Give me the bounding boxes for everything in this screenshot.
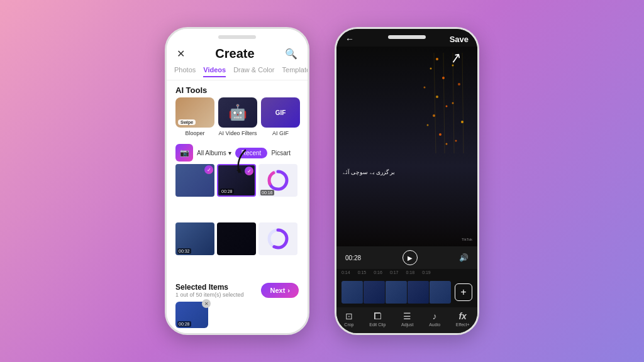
svg-point-13 bbox=[427, 124, 429, 126]
gif-text: GIF bbox=[275, 109, 286, 116]
left-phone: ✕ Create 🔍 Photos Videos Draw & Color Te… bbox=[165, 27, 309, 335]
editor-screen: ← Save bbox=[336, 29, 477, 333]
svg-point-15 bbox=[446, 143, 448, 145]
svg-point-10 bbox=[436, 96, 438, 98]
all-albums-label: All Albums bbox=[197, 150, 226, 156]
timeline-clip-4[interactable] bbox=[408, 281, 429, 304]
tool-audio[interactable]: ♪ Audio bbox=[429, 311, 440, 327]
all-albums-button[interactable]: All Albums ▾ bbox=[197, 150, 231, 156]
media-cell-3[interactable]: 00:16 bbox=[258, 164, 297, 197]
video-text-overlay: بر گزری بے سوچی آئے bbox=[343, 168, 395, 177]
selection-check-2: ✓ bbox=[245, 167, 253, 175]
ruler-mark-2: 0:16 bbox=[374, 270, 382, 275]
ai-tools-row: Swipe Blooper 🤖 AI Video Filters GIF AI … bbox=[167, 97, 308, 141]
selected-subtitle: 1 out of 50 item(s) selected bbox=[175, 292, 244, 298]
selected-duration: 00:28 bbox=[177, 321, 191, 327]
tab-templates[interactable]: Templates bbox=[282, 66, 308, 77]
media-grid: ✓ 00:28 ✓ 00:16 00:32 bbox=[167, 164, 308, 279]
svg-line-22 bbox=[443, 53, 445, 153]
effect-label: Effect+ bbox=[456, 322, 470, 327]
svg-point-11 bbox=[446, 106, 448, 107]
tab-videos[interactable]: Videos bbox=[203, 66, 226, 77]
play-button[interactable]: ▶ bbox=[402, 250, 418, 265]
picsart-button[interactable]: Picsart bbox=[271, 150, 291, 156]
svg-line-21 bbox=[434, 53, 436, 153]
drawn-arrow: ↗ bbox=[449, 51, 463, 67]
selected-info: Selected Items 1 out of 50 item(s) selec… bbox=[175, 283, 244, 298]
media-cell-6[interactable] bbox=[258, 222, 297, 255]
search-icon[interactable]: 🔍 bbox=[285, 48, 297, 60]
camera-button[interactable]: 📷 bbox=[175, 144, 193, 162]
tool-effect[interactable]: fx Effect+ bbox=[456, 311, 470, 327]
selected-title: Selected Items bbox=[175, 283, 244, 292]
remove-button[interactable]: ✕ bbox=[202, 299, 211, 308]
ai-tool-video-filters[interactable]: 🤖 AI Video Filters bbox=[218, 97, 257, 136]
media-cell-5[interactable] bbox=[217, 222, 256, 255]
tool-edit-clip[interactable]: ⧠ Edit Clip bbox=[369, 311, 386, 327]
circle-progress-2 bbox=[266, 227, 290, 251]
timeline-track bbox=[341, 281, 451, 304]
right-phone: ← Save bbox=[335, 27, 479, 335]
recent-button[interactable]: Recent bbox=[235, 148, 268, 158]
tool-adjust[interactable]: ☰ Adjust bbox=[401, 311, 413, 327]
save-button[interactable]: Save bbox=[450, 35, 469, 44]
crop-icon: ⊡ bbox=[345, 311, 353, 321]
swipe-label: Swipe bbox=[178, 119, 196, 125]
timeline-clip-3[interactable] bbox=[386, 281, 407, 304]
svg-line-24 bbox=[462, 53, 464, 153]
ruler-mark-5: 0:19 bbox=[422, 270, 431, 275]
svg-point-7 bbox=[430, 68, 432, 70]
next-label: Next bbox=[270, 287, 285, 294]
bokeh-lights bbox=[336, 47, 477, 246]
ai-tool-blooper[interactable]: Swipe Blooper bbox=[175, 97, 214, 136]
selected-thumbnail: 00:28 ✕ bbox=[175, 302, 208, 328]
tool-crop[interactable]: ⊡ Crop bbox=[344, 311, 353, 327]
next-button[interactable]: Next › bbox=[261, 283, 299, 298]
close-icon[interactable]: ✕ bbox=[177, 48, 185, 60]
audio-icon: ♪ bbox=[433, 311, 437, 321]
ruler-mark-1: 0:15 bbox=[358, 270, 367, 275]
next-arrow-icon: › bbox=[287, 287, 290, 294]
selection-check-1: ✓ bbox=[204, 165, 213, 174]
timeline-clip-2[interactable] bbox=[364, 281, 385, 304]
back-button[interactable]: ← bbox=[345, 34, 354, 44]
duration-badge-4: 00:32 bbox=[177, 248, 191, 254]
editor-header: ← Save bbox=[336, 29, 477, 47]
circle-progress-1 bbox=[266, 168, 290, 192]
gif-thumbnail: GIF bbox=[261, 97, 300, 128]
svg-point-8 bbox=[442, 77, 445, 79]
crop-label: Crop bbox=[344, 322, 353, 327]
timeline-clip-5[interactable] bbox=[430, 281, 451, 304]
svg-point-20 bbox=[455, 140, 457, 142]
tiktok-watermark: TikTok bbox=[462, 238, 472, 241]
timeline-clip-1[interactable] bbox=[341, 281, 363, 304]
media-cell-4[interactable]: 00:32 bbox=[175, 222, 214, 255]
audio-label: Audio bbox=[429, 322, 440, 327]
add-clip-button[interactable]: + bbox=[455, 283, 472, 301]
duration-badge-3: 00:16 bbox=[260, 190, 274, 195]
tab-photos[interactable]: Photos bbox=[174, 66, 196, 77]
ai-tools-title: AI Tools bbox=[167, 80, 308, 97]
media-cell-2[interactable]: 00:28 ✓ bbox=[217, 164, 256, 197]
chevron-down-icon: ▾ bbox=[228, 150, 231, 156]
filter-bar: 📷 All Albums ▾ Recent Picsart bbox=[167, 141, 308, 164]
svg-point-14 bbox=[439, 133, 441, 136]
ruler-mark-3: 0:17 bbox=[390, 270, 399, 275]
create-header: ✕ Create 🔍 bbox=[167, 41, 308, 63]
adjust-label: Adjust bbox=[401, 322, 413, 327]
duration-badge-2: 00:28 bbox=[220, 189, 234, 194]
volume-icon[interactable]: 🔊 bbox=[459, 253, 469, 262]
tab-draw-color[interactable]: Draw & Color bbox=[233, 66, 274, 77]
bottom-toolbar: ⊡ Crop ⧠ Edit Clip ☰ Adjust ♪ Audio fx E… bbox=[336, 307, 477, 333]
playback-bar: 00:28 ▶ 🔊 bbox=[336, 246, 477, 269]
tab-bar: Photos Videos Draw & Color Templates bbox=[167, 63, 308, 80]
media-cell-1[interactable]: ✓ bbox=[175, 164, 214, 197]
video-background: ↗ بر گزری بے سوچی آئے TikTok bbox=[336, 47, 477, 246]
video-filters-label: AI Video Filters bbox=[219, 130, 257, 136]
adjust-icon: ☰ bbox=[403, 311, 411, 321]
timeline: + bbox=[336, 277, 477, 307]
create-screen: ✕ Create 🔍 Photos Videos Draw & Color Te… bbox=[167, 29, 308, 333]
svg-point-17 bbox=[458, 83, 460, 85]
ai-tool-gif[interactable]: GIF AI GIF bbox=[261, 97, 300, 136]
svg-point-12 bbox=[433, 114, 435, 117]
